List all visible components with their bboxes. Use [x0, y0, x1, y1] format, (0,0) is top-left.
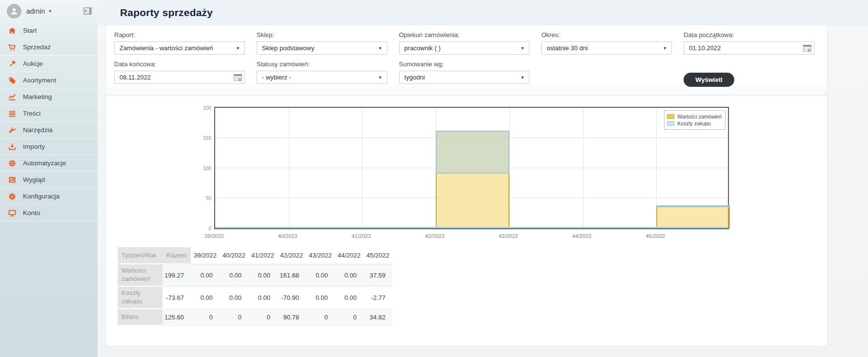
- filter-label: Raport:: [114, 31, 245, 39]
- opiekun-select[interactable]: pracownik ( )▼: [399, 41, 530, 55]
- table-cell: 0.00: [306, 286, 335, 309]
- gridline: [583, 108, 584, 228]
- user-menu[interactable]: admin: [26, 7, 45, 15]
- sidebar-header: admin ▼: [0, 0, 98, 22]
- sidebar-item-aukcje[interactable]: Aukcje: [0, 56, 98, 72]
- gridline: [289, 108, 289, 228]
- table-cell: 0.00: [220, 264, 248, 286]
- x-axis-tick: 40/2022: [278, 233, 298, 239]
- sidebar-item-marketing[interactable]: Marketing: [0, 89, 98, 105]
- sidebar-menu: StartSprzedażAukcjeAsortymentMarketingTr…: [0, 22, 98, 221]
- chevron-down-icon: ▼: [378, 46, 383, 51]
- table-cell: 34.82: [363, 309, 392, 325]
- table-row: Koszty zakupu-73.670.000.000.00-70.900.0…: [118, 286, 392, 309]
- report-table: Tydzień/RokRazem39/202240/202241/202242/…: [118, 247, 392, 326]
- x-axis-tick: 43/2022: [499, 233, 518, 239]
- sidebar-item-konfiguracja[interactable]: Konfiguracja: [0, 188, 98, 205]
- cart-icon: [8, 43, 16, 51]
- home-icon: [8, 26, 16, 35]
- table-header-cell: 43/2022: [306, 247, 335, 264]
- sidebar: admin ▼ StartSprzedażAukcjeAsortymentMar…: [0, 0, 98, 357]
- gridline: [362, 108, 363, 228]
- sumowanie-select[interactable]: tygodni▼: [399, 71, 530, 84]
- content-panel: Raport:Zamówienia - wartości zamówień▼Sk…: [105, 25, 828, 346]
- gridline: [509, 108, 510, 228]
- topbar: Raporty sprzedaży: [98, 0, 868, 25]
- layout-icon: [8, 176, 16, 184]
- filter-field: Sumowanie wg:tygodni▼: [399, 60, 530, 87]
- table-header-cell: Razem: [162, 247, 191, 264]
- statusy-select[interactable]: - wybierz -▼: [257, 71, 387, 84]
- table-cell: -2.77: [363, 286, 392, 309]
- legend-entry: Wartości zamówień: [667, 114, 722, 119]
- calendar-icon[interactable]: [234, 74, 242, 81]
- table-cell: 0.00: [248, 264, 277, 286]
- chevron-down-icon: ▼: [378, 75, 383, 80]
- chart-section: Wartości zamówieńKoszty zakupu 050100150…: [106, 96, 827, 245]
- sidebar-item-narzdzia[interactable]: Narzędzia: [0, 122, 98, 139]
- filter-field: Statusy zamówień:- wybierz -▼: [257, 60, 387, 87]
- table-header-cell: 44/2022: [335, 247, 363, 264]
- row-label: Koszty zakupu: [118, 286, 162, 309]
- sidebar-item-automatyzacje[interactable]: Automatyzacje: [0, 155, 98, 172]
- sidebar-item-konto[interactable]: Konto: [0, 205, 98, 221]
- table-cell: 199.27: [162, 264, 191, 286]
- collapse-sidebar-icon: [83, 7, 92, 15]
- gavel-icon: [8, 60, 16, 68]
- table-cell: 0.00: [335, 264, 363, 286]
- filter-field: Sklep:Sklep podstawowy▼: [257, 31, 387, 55]
- sidebar-item-treci[interactable]: Treści: [0, 105, 98, 122]
- x-axis-tick: 45/2022: [646, 233, 665, 239]
- person-icon: [10, 7, 19, 16]
- chart-line-icon: [8, 93, 16, 101]
- sidebar-item-asortyment[interactable]: Asortyment: [0, 72, 98, 89]
- filter-label: Sklep:: [257, 31, 387, 39]
- chevron-down-icon: ▼: [663, 46, 667, 51]
- table-cell: 0: [191, 309, 220, 325]
- table-cell: 0.00: [191, 264, 220, 286]
- data-poczatkowa-input[interactable]: 01.10.2022: [684, 41, 814, 55]
- table-cell: 0.00: [306, 264, 335, 286]
- sidebar-item-start[interactable]: Start: [0, 22, 98, 39]
- filter-label: Okres:: [541, 31, 672, 39]
- filter-label: Opiekun zamówienia:: [399, 31, 530, 39]
- wrench-icon: [8, 126, 16, 134]
- filter-field: Data początkowa:01.10.2022: [684, 31, 814, 55]
- table-cell: 90.78: [277, 309, 306, 325]
- chart-baseline: [215, 227, 728, 228]
- sklep-select[interactable]: Sklep podstawowy▼: [257, 41, 387, 55]
- table-cell: 0.00: [335, 286, 363, 309]
- wyswietl-button[interactable]: Wyświetl: [684, 73, 734, 87]
- table-header-cell: 40/2022: [220, 247, 248, 264]
- filter-label: Statusy zamówień:: [257, 60, 387, 68]
- sidebar-item-importy[interactable]: Importy: [0, 139, 98, 155]
- table-cell: -73.67: [162, 286, 191, 309]
- table-cell: 0: [335, 309, 363, 325]
- chevron-down-icon: ▼: [236, 46, 240, 51]
- table-section: Tydzień/RokRazem39/202240/202241/202242/…: [106, 245, 827, 326]
- report-table-body: Wartości zamówień199.270.000.000.00161.6…: [118, 264, 392, 325]
- data-koncowa-input[interactable]: 08.11.2022: [114, 71, 245, 84]
- filters-spacer: [541, 60, 672, 87]
- sidebar-item-sprzeda[interactable]: Sprzedaż: [0, 39, 98, 56]
- raport-select[interactable]: Zamówienia - wartości zamówień▼: [114, 41, 245, 55]
- sidebar-item-wygld[interactable]: Wygląd: [0, 172, 98, 188]
- filters-section: Raport:Zamówienia - wartości zamówień▼Sk…: [106, 25, 827, 96]
- sidebar-collapse-button[interactable]: [83, 7, 92, 15]
- table-cell: 37.59: [363, 264, 392, 286]
- monitor-icon: [8, 209, 16, 217]
- bar-koszty-42-2022: [436, 131, 509, 174]
- x-axis-tick: 41/2022: [352, 233, 371, 239]
- y-axis-tick: 150: [195, 136, 211, 141]
- table-cell: 0.00: [191, 286, 220, 309]
- y-axis-tick: 50: [195, 196, 211, 201]
- table-cell: 125.60: [162, 309, 191, 325]
- calendar-icon[interactable]: [803, 44, 811, 52]
- chart-legend: Wartości zamówieńKoszty zakupu: [664, 110, 726, 130]
- app-root: admin ▼ StartSprzedażAukcjeAsortymentMar…: [0, 0, 868, 357]
- tag-icon: [8, 76, 16, 84]
- filter-field: Data końcowa:08.11.2022: [114, 60, 245, 87]
- table-header-row: Tydzień/RokRazem39/202240/202241/202242/…: [118, 247, 392, 264]
- table-header-cell: Tydzień/Rok: [118, 247, 162, 264]
- okres-select[interactable]: ostatnie 30 dni▼: [541, 41, 672, 55]
